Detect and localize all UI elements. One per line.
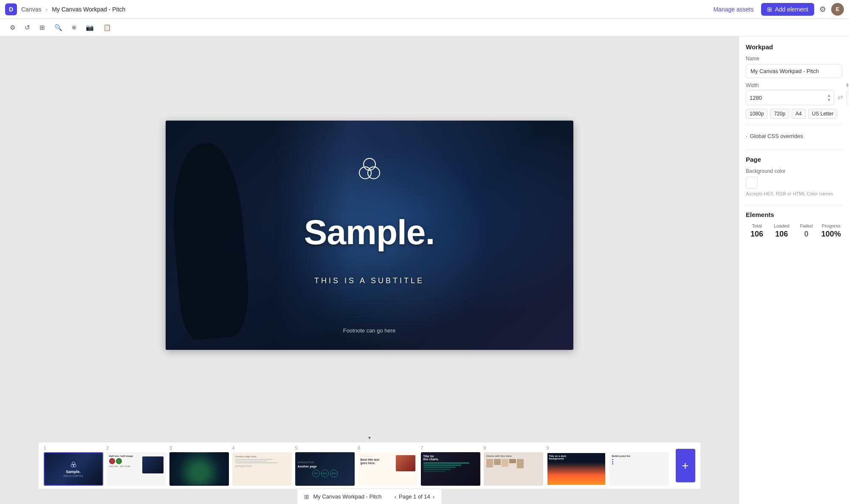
width-group: Width ▲▼ [746,82,834,105]
color-swatch[interactable] [746,177,758,189]
thumb-num-6: 6 [358,445,384,451]
slide-canvas[interactable]: Sample. THIS IS A SUBTITLE Footnote can … [166,121,573,350]
width-stepper[interactable]: ▲▼ [824,90,834,105]
failed-stat: Failed 0 [795,223,818,239]
height-group: Height ▲▼ [846,82,849,105]
bottombar: ⊞ My Canvas Workpad - Pitch ‹ Page 1 of … [297,489,442,504]
gear-icon: ⚙ [10,24,15,31]
toolbar-camera-btn[interactable]: 📷 [83,22,97,34]
page-indicator: Page 1 of 14 [399,493,430,500]
settings-icon: ⚙ [819,5,826,14]
elements-title: Elements [746,211,842,218]
toolbar: ⚙ ↺ ⊞ 🔍 ⊕ 📷 📋 [0,19,849,37]
filmstrip-thumb-6[interactable]: 6 ──────── Bold title textgoes here. [358,445,417,486]
elements-grid: Total 106 Loaded 106 Failed 0 Progress 1… [746,223,842,239]
filmstrip-thumb-9[interactable]: 9 Title on a darkbackground. [547,445,606,486]
breadcrumb-separator: › [45,6,48,13]
thumb-num-2: 2 [107,445,132,451]
thumb-slide-9[interactable]: Title on a darkbackground. [547,452,606,486]
loaded-stat: Loaded 106 [770,223,793,239]
color-hint: Accepts HEX, RGB or HTML Color names [746,191,842,196]
total-value: 106 [746,230,768,239]
preset-1080p[interactable]: 1080p [746,109,767,119]
camera-icon: 📷 [86,24,94,31]
app-logo[interactable]: D [5,3,17,15]
thumb-num-1: 1 [44,445,69,451]
page-section: Page Background color Accepts HEX, RGB o… [746,156,842,196]
progress-label: Progress [820,223,842,228]
preset-row: 1080p 720p A4 US Letter [746,109,842,119]
toolbar-zoom-out-btn[interactable]: 🔍 [51,22,65,34]
thumb-num-8: 8 [484,445,509,451]
thumb-num-more [609,445,635,451]
thumb-slide-4[interactable]: Another page style. INTRODUCTION [232,452,292,486]
width-input[interactable] [746,92,824,104]
thumb-slide-7[interactable]: Title forfive charts. [421,452,480,486]
slide-footnote: Footnote can go here [343,327,396,334]
filmstrip-thumb-8[interactable]: 8 Charts with five slots [484,445,543,486]
slide-subtitle: THIS IS A SUBTITLE [314,276,424,285]
filmstrip-thumb-1[interactable]: 1 Sample. THIS IS A SUBTITLE [44,445,103,486]
workspace-icon[interactable]: ⊞ [304,493,309,500]
collapse-toggle[interactable]: ▾ [368,434,371,442]
thumb-slide-more[interactable]: Bullet point list [609,452,669,486]
height-input[interactable] [847,92,849,104]
total-stat: Total 106 [746,223,768,239]
total-label: Total [746,223,768,228]
chevron-down-icon: ▾ [368,435,371,441]
thumb-slide-6[interactable]: ──────── Bold title textgoes here. [358,452,417,486]
main-area: Sample. THIS IS A SUBTITLE Footnote can … [0,37,849,504]
add-page-button[interactable]: + [676,449,695,482]
thumb-num-5: 5 [295,445,321,451]
loaded-label: Loaded [770,223,793,228]
filmstrip-thumb-2[interactable]: 2 Half text, half image Jane Doe John Sm… [107,445,166,486]
filmstrip-thumb-7[interactable]: 7 Title forfive charts. [421,445,480,486]
bottombar-title: My Canvas Workpad - Pitch [313,493,382,500]
filmstrip-thumb-5[interactable]: 5 INTRODUCTION Another page 70% 80% 60% [295,445,355,486]
toolbar-zoom-in-btn[interactable]: ⊕ [69,22,79,33]
height-label: Height [846,82,849,88]
topbar: D Canvas › My Canvas Workpad - Pitch Man… [0,0,849,19]
thumb-slide-1[interactable]: Sample. THIS IS A SUBTITLE [44,452,103,486]
global-css-row[interactable]: › Global CSS overrides [746,131,842,141]
prev-page-button[interactable]: ‹ [394,493,396,500]
canvas-wrapper[interactable]: Sample. THIS IS A SUBTITLE Footnote can … [0,37,739,434]
toolbar-settings-btn[interactable]: ⚙ [7,22,18,34]
preset-a4[interactable]: A4 [792,109,806,119]
avatar[interactable]: E [831,3,844,16]
next-page-button[interactable]: › [433,493,435,500]
link-dimensions-icon[interactable]: ⇄ [838,93,843,101]
trefoil-icon [356,155,383,182]
preset-720p[interactable]: 720p [770,109,789,119]
progress-stat: Progress 100% [820,223,842,239]
right-panel: Workpad Name Width ▲▼ ⇄ Height [739,37,849,504]
add-element-button[interactable]: ⊞ Add element [761,3,814,16]
toolbar-copy-btn[interactable]: 📋 [100,22,114,34]
thumb-slide-5[interactable]: INTRODUCTION Another page 70% 80% 60% [295,452,355,486]
workpad-section: Workpad Name Width ▲▼ ⇄ Height [746,43,842,141]
thumb-slide-2[interactable]: Half text, half image Jane Doe John Smit… [107,452,166,486]
page-navigation: ‹ Page 1 of 14 › [394,493,434,500]
workpad-title: Workpad [746,43,842,51]
filmstrip-thumb-4[interactable]: 4 Another page style. INTRODUCTION [232,445,292,486]
filmstrip-thumb-3[interactable]: 3 [169,445,229,486]
toolbar-refresh-btn[interactable]: ↺ [22,22,33,34]
preset-us-letter[interactable]: US Letter [808,109,838,119]
breadcrumb-current: My Canvas Workpad - Pitch [52,6,125,13]
filmstrip-thumb-more[interactable]: Bullet point list [609,445,669,486]
thumb-num-7: 7 [421,445,446,451]
thumb-slide-3[interactable] [169,452,229,486]
divider-1 [746,125,842,125]
settings-icon-button[interactable]: ⚙ [818,3,828,16]
thumb-slide-8[interactable]: Charts with five slots [484,452,543,486]
topbar-right: Manage assets ⊞ Add element ⚙ E [709,3,844,16]
elements-section: Elements Total 106 Loaded 106 Failed 0 P… [746,211,842,239]
canvas-area: Sample. THIS IS A SUBTITLE Footnote can … [0,37,739,504]
divider-2 [746,149,842,150]
thumb-num-3: 3 [169,445,195,451]
failed-value: 0 [795,230,818,239]
toolbar-grid-btn[interactable]: ⊞ [37,22,48,34]
global-css-label: Global CSS overrides [750,133,803,139]
manage-assets-button[interactable]: Manage assets [709,3,758,15]
workpad-name-input[interactable] [746,64,842,78]
